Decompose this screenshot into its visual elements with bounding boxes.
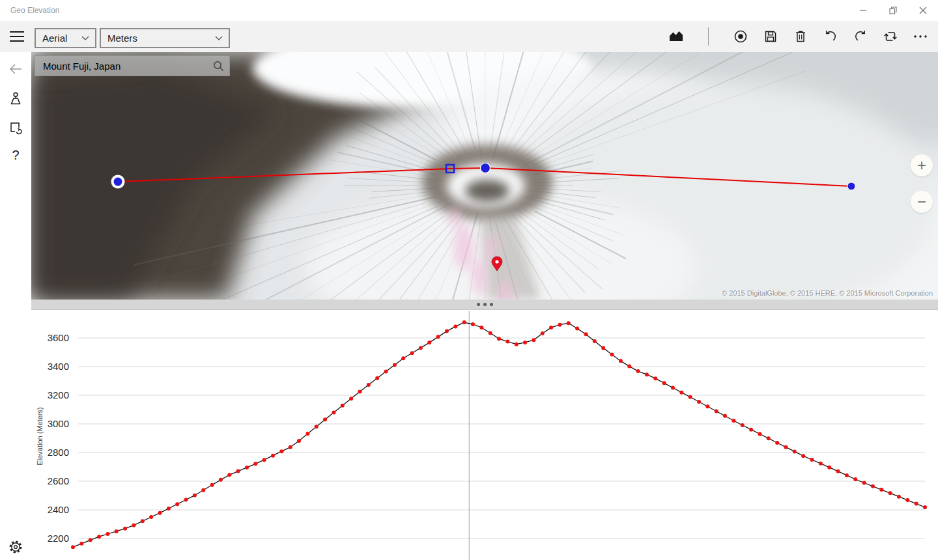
- back-arrow-icon: [8, 61, 23, 77]
- map-type-dropdown[interactable]: Aerial: [35, 28, 96, 48]
- close-icon: [919, 7, 927, 14]
- save-button[interactable]: [756, 21, 786, 51]
- reload-map-button[interactable]: [3, 115, 29, 141]
- title-bar: Geo Elevation: [0, 0, 938, 21]
- repeat-icon: [883, 29, 898, 44]
- search-input[interactable]: [35, 55, 230, 76]
- record-icon: [733, 29, 748, 44]
- record-point-button[interactable]: [726, 21, 756, 51]
- page-refresh-icon: [8, 120, 23, 135]
- chevron-down-icon: [215, 36, 223, 41]
- more-button[interactable]: [905, 21, 935, 51]
- y-tick-label: 3600: [48, 332, 69, 343]
- pin-tool-button[interactable]: [3, 86, 29, 112]
- close-button[interactable]: [908, 0, 938, 21]
- splitter[interactable]: [31, 300, 938, 310]
- y-tick-label: 3000: [48, 418, 69, 429]
- y-tick-label: 3400: [48, 361, 69, 372]
- hamburger-icon: [10, 31, 24, 33]
- elevation-series-line: [73, 322, 925, 547]
- left-rail: ?: [0, 52, 31, 560]
- elevation-chart-svg: 36003400320030002800260024002200Elevatio…: [31, 310, 938, 560]
- y-tick-label: 3200: [48, 389, 69, 400]
- map-attribution: © 2015 DigitalGlobe, © 2015 HERE, © 2015…: [722, 289, 933, 297]
- zoom-in-button[interactable]: +: [911, 154, 933, 176]
- menu-button[interactable]: [4, 23, 30, 49]
- restore-button[interactable]: [878, 0, 908, 21]
- route-midpoint: [481, 163, 490, 173]
- redo-button[interactable]: [846, 21, 875, 51]
- search-box: [35, 55, 230, 76]
- more-icon: [912, 29, 929, 44]
- route-endpoint-end: [847, 182, 855, 190]
- zoom-out-button[interactable]: −: [911, 191, 933, 213]
- help-button[interactable]: ?: [3, 142, 29, 168]
- chevron-down-icon: [81, 36, 89, 41]
- elevation-chart-button[interactable]: [661, 21, 691, 51]
- map-type-value: Aerial: [36, 33, 81, 44]
- map-pin-tool-icon: [8, 91, 23, 107]
- gear-icon: [7, 539, 24, 555]
- y-tick-label: 2800: [48, 447, 69, 458]
- settings-button[interactable]: [3, 534, 29, 560]
- splitter-grip-dot: [477, 303, 480, 306]
- delete-button[interactable]: [786, 21, 816, 51]
- redo-icon: [853, 29, 868, 44]
- restore-icon: [889, 7, 897, 14]
- toolbar: Aerial Meters: [0, 21, 938, 52]
- search-icon[interactable]: [212, 60, 225, 72]
- toolbar-separator: [708, 27, 709, 46]
- chart-grid: 36003400320030002800260024002200: [48, 332, 925, 544]
- undo-icon: [823, 29, 838, 44]
- map-aerial-imagery: [31, 52, 938, 300]
- y-tick-label: 2600: [48, 475, 69, 486]
- back-button[interactable]: [3, 56, 29, 82]
- trash-icon: [793, 29, 808, 44]
- minimize-button[interactable]: [848, 0, 878, 21]
- y-tick-label: 2400: [48, 504, 69, 515]
- units-value: Meters: [101, 33, 215, 44]
- map-canvas[interactable]: + − © 2015 DigitalGlobe, © 2015 HERE, © …: [31, 52, 938, 300]
- elevation-chart[interactable]: 36003400320030002800260024002200Elevatio…: [31, 310, 938, 560]
- units-dropdown[interactable]: Meters: [100, 28, 230, 48]
- undo-button[interactable]: [816, 21, 846, 51]
- elevation-series-markers: [71, 320, 927, 549]
- toolbar-actions: [661, 21, 935, 51]
- repeat-button[interactable]: [875, 21, 905, 51]
- y-tick-label: 2200: [48, 533, 69, 544]
- minimize-icon: [859, 7, 867, 14]
- save-icon: [763, 29, 778, 44]
- window-controls: [848, 0, 938, 21]
- app-window: Geo Elevation Aerial: [0, 0, 938, 560]
- window-title: Geo Elevation: [10, 0, 59, 21]
- y-axis-label: Elevation (Meters): [36, 407, 44, 465]
- help-icon: ?: [12, 148, 19, 163]
- area-chart-icon: [668, 29, 685, 44]
